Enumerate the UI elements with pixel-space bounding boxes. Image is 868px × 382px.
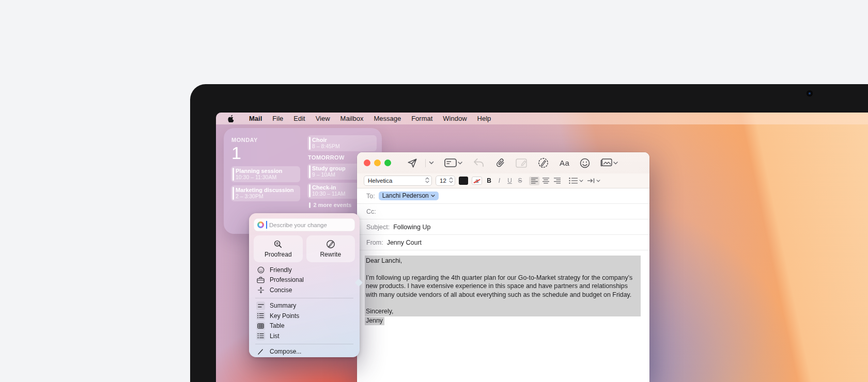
list-style-button[interactable] <box>569 178 583 184</box>
align-center-button[interactable] <box>540 177 551 185</box>
event-bar <box>309 202 311 208</box>
from-label: From: <box>366 239 383 246</box>
format-text-icon[interactable]: Aa <box>560 158 569 167</box>
italic-button[interactable]: I <box>496 177 503 184</box>
widget-day-label: MONDAY <box>231 137 300 143</box>
indent-button[interactable] <box>587 178 600 184</box>
menu-item-friendly[interactable]: Friendly <box>255 265 354 275</box>
zoom-window-button[interactable] <box>384 160 391 166</box>
alignment-group <box>529 177 562 185</box>
subject-field[interactable]: Subject: Following Up <box>357 219 649 235</box>
toolbar-divider <box>425 159 426 167</box>
background-color-icon[interactable]: a <box>472 177 482 185</box>
underline-button[interactable]: U <box>506 177 513 184</box>
divider <box>255 298 353 298</box>
menu-item-summary[interactable]: Summary <box>255 301 354 311</box>
traffic-lights <box>364 160 391 166</box>
menu-item-label: Table <box>270 322 285 329</box>
font-size-stepper[interactable]: 12 <box>436 176 455 186</box>
cc-label: Cc: <box>366 208 376 215</box>
compose-pencil-icon <box>256 347 265 356</box>
from-field[interactable]: From: Jenny Court <box>357 235 649 250</box>
menu-item-compose[interactable]: Compose... <box>255 347 354 357</box>
bold-button[interactable]: B <box>486 177 492 184</box>
align-right-button[interactable] <box>552 177 562 185</box>
font-size-value: 12 <box>440 178 446 184</box>
minimize-window-button[interactable] <box>374 160 381 166</box>
message-body-editor[interactable]: Dear Lanchi, I’m following up regarding … <box>357 250 649 325</box>
recipient-pill[interactable]: Lanchi Pederson <box>379 192 439 201</box>
calendar-event[interactable]: Marketing discussion 2 – 3:30PM <box>231 185 300 201</box>
menu-item-concise[interactable]: Concise <box>255 285 354 295</box>
more-events-label: 2 more events <box>314 202 352 208</box>
markup-icon[interactable] <box>516 158 527 168</box>
key-points-icon <box>256 311 265 320</box>
describe-change-text[interactable] <box>269 222 351 228</box>
from-value: Jenny Court <box>387 239 422 246</box>
send-options-chevron-icon[interactable] <box>429 161 434 165</box>
menu-item-file[interactable]: File <box>267 113 288 124</box>
text-caret <box>266 221 267 229</box>
attach-icon[interactable] <box>495 157 505 169</box>
proofread-label: Proofread <box>265 251 292 258</box>
font-family-select[interactable]: Helvetica <box>364 176 432 186</box>
writing-tools-menu: Friendly Professional Concise Summary <box>254 265 355 357</box>
proofread-button[interactable]: Proofread <box>254 235 303 262</box>
menu-item-list[interactable]: List <box>255 331 354 341</box>
event-title: Marketing discussion <box>236 187 297 193</box>
rewrite-button[interactable]: Rewrite <box>306 235 355 262</box>
send-icon[interactable] <box>407 157 418 169</box>
writing-tools-popup: Proofread Rewrite Friendly Professional <box>249 213 360 357</box>
cc-field[interactable]: Cc: <box>357 204 649 219</box>
window-toolbar: Aa <box>357 152 649 173</box>
photo-browser-icon[interactable] <box>600 158 618 168</box>
menu-item-mailbox[interactable]: Mailbox <box>335 113 369 124</box>
menu-item-label: Professional <box>270 276 304 283</box>
concise-icon <box>256 285 265 294</box>
describe-change-input[interactable] <box>254 218 355 231</box>
align-left-button[interactable] <box>529 177 539 185</box>
stepper-icon <box>446 177 453 184</box>
font-family-value: Helvetica <box>368 178 392 184</box>
menu-item-mail[interactable]: Mail <box>244 113 267 124</box>
emoji-icon[interactable] <box>580 158 590 168</box>
stepper-icon <box>423 177 429 184</box>
menu-item-label: Friendly <box>270 266 292 274</box>
event-title: Choir <box>312 137 374 143</box>
menu-item-key-points[interactable]: Key Points <box>255 311 354 321</box>
header-fields-icon[interactable] <box>444 158 462 167</box>
calendar-event[interactable]: Planning session 10:30 – 11:30AM <box>231 166 300 182</box>
menu-item-format[interactable]: Format <box>406 113 438 124</box>
strikethrough-button[interactable]: S <box>517 177 523 184</box>
menu-bar: Mail File Edit View Mailbox Message Form… <box>216 113 868 124</box>
menu-item-window[interactable]: Window <box>438 113 472 124</box>
menu-item-label: Key Points <box>270 312 299 320</box>
calendar-event[interactable]: Choir 8 – 8:45PM <box>307 135 377 151</box>
mac-screen: Mail File Edit View Mailbox Message Form… <box>216 113 868 382</box>
menu-item-professional[interactable]: Professional <box>255 275 354 285</box>
event-time: 2 – 3:30PM <box>236 193 297 199</box>
apple-intelligence-icon <box>257 221 264 228</box>
mail-compose-window: Aa Helvetica 12 a <box>357 152 649 382</box>
recipient-name: Lanchi Pederson <box>382 192 429 199</box>
body-signature: Jenny <box>365 317 384 325</box>
close-window-button[interactable] <box>364 160 370 166</box>
text-color-swatch[interactable] <box>459 177 468 185</box>
menu-item-help[interactable]: Help <box>472 113 497 124</box>
writing-tools-icon[interactable] <box>537 157 549 169</box>
list-icon <box>256 331 265 340</box>
event-title: Planning session <box>236 168 297 174</box>
chevron-down-icon <box>431 195 435 197</box>
menu-item-view[interactable]: View <box>311 113 335 124</box>
menu-item-edit[interactable]: Edit <box>288 113 310 124</box>
reply-icon[interactable] <box>473 158 485 168</box>
apple-logo-icon[interactable] <box>228 115 235 122</box>
menu-item-label: Summary <box>270 302 296 309</box>
event-time: 8 – 8:45PM <box>312 143 374 149</box>
menu-item-message[interactable]: Message <box>368 113 406 124</box>
to-field[interactable]: To: Lanchi Pederson <box>357 188 649 204</box>
menu-item-table[interactable]: Table <box>255 321 354 331</box>
menu-item-label: List <box>270 332 280 340</box>
briefcase-icon <box>256 276 265 284</box>
menu-item-label: Compose... <box>270 348 301 355</box>
